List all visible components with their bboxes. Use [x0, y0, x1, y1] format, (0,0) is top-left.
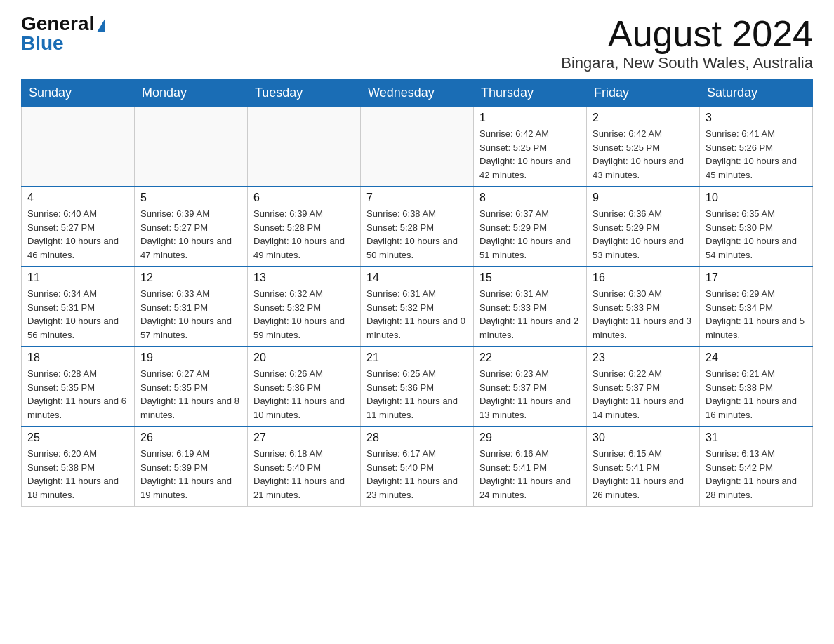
calendar-cell: 31Sunrise: 6:13 AMSunset: 5:42 PMDayligh… [700, 427, 813, 507]
day-info: Sunrise: 6:20 AMSunset: 5:38 PMDaylight:… [27, 447, 128, 502]
day-info: Sunrise: 6:41 AMSunset: 5:26 PMDaylight:… [706, 127, 807, 182]
calendar-cell: 15Sunrise: 6:31 AMSunset: 5:33 PMDayligh… [474, 267, 587, 347]
calendar-cell: 17Sunrise: 6:29 AMSunset: 5:34 PMDayligh… [700, 267, 813, 347]
day-number: 28 [366, 431, 468, 444]
day-info: Sunrise: 6:16 AMSunset: 5:41 PMDaylight:… [479, 447, 581, 502]
calendar-cell: 8Sunrise: 6:37 AMSunset: 5:29 PMDaylight… [474, 187, 587, 267]
day-info: Sunrise: 6:21 AMSunset: 5:38 PMDaylight:… [706, 367, 807, 422]
calendar-cell: 16Sunrise: 6:30 AMSunset: 5:33 PMDayligh… [587, 267, 700, 347]
calendar-cell [22, 107, 135, 187]
day-number: 11 [27, 271, 128, 284]
day-number: 9 [593, 192, 694, 204]
day-number: 1 [479, 112, 581, 124]
calendar-cell [248, 107, 361, 187]
calendar-week-5: 25Sunrise: 6:20 AMSunset: 5:38 PMDayligh… [22, 427, 813, 507]
day-number: 29 [479, 431, 581, 444]
day-number: 20 [253, 351, 355, 364]
day-number: 7 [366, 192, 468, 204]
day-number: 31 [706, 431, 807, 444]
day-info: Sunrise: 6:29 AMSunset: 5:34 PMDaylight:… [706, 287, 807, 342]
day-number: 27 [253, 431, 355, 444]
day-info: Sunrise: 6:39 AMSunset: 5:28 PMDaylight:… [253, 207, 355, 262]
weekday-header-sunday: Sunday [22, 80, 135, 107]
page-header: General Blue August 2024 Bingara, New So… [21, 14, 813, 72]
calendar-cell: 25Sunrise: 6:20 AMSunset: 5:38 PMDayligh… [22, 427, 135, 507]
day-info: Sunrise: 6:15 AMSunset: 5:41 PMDaylight:… [593, 447, 694, 502]
day-info: Sunrise: 6:37 AMSunset: 5:29 PMDaylight:… [479, 207, 581, 262]
calendar-cell: 19Sunrise: 6:27 AMSunset: 5:35 PMDayligh… [135, 347, 248, 427]
day-info: Sunrise: 6:34 AMSunset: 5:31 PMDaylight:… [27, 287, 128, 342]
logo-general-text: General [21, 14, 94, 34]
weekday-header-row: SundayMondayTuesdayWednesdayThursdayFrid… [22, 80, 813, 107]
calendar-cell: 1Sunrise: 6:42 AMSunset: 5:25 PMDaylight… [474, 107, 587, 187]
calendar-cell: 9Sunrise: 6:36 AMSunset: 5:29 PMDaylight… [587, 187, 700, 267]
day-info: Sunrise: 6:19 AMSunset: 5:39 PMDaylight:… [140, 447, 241, 502]
calendar-cell: 6Sunrise: 6:39 AMSunset: 5:28 PMDaylight… [248, 187, 361, 267]
calendar-cell: 4Sunrise: 6:40 AMSunset: 5:27 PMDaylight… [22, 187, 135, 267]
day-info: Sunrise: 6:33 AMSunset: 5:31 PMDaylight:… [140, 287, 241, 342]
day-number: 25 [27, 431, 128, 444]
day-number: 19 [140, 351, 241, 364]
weekday-header-friday: Friday [587, 80, 700, 107]
calendar-week-4: 18Sunrise: 6:28 AMSunset: 5:35 PMDayligh… [22, 347, 813, 427]
calendar-cell: 28Sunrise: 6:17 AMSunset: 5:40 PMDayligh… [361, 427, 474, 507]
day-info: Sunrise: 6:30 AMSunset: 5:33 PMDaylight:… [593, 287, 694, 342]
day-info: Sunrise: 6:26 AMSunset: 5:36 PMDaylight:… [253, 367, 355, 422]
day-number: 2 [593, 112, 694, 124]
day-info: Sunrise: 6:18 AMSunset: 5:40 PMDaylight:… [253, 447, 355, 502]
weekday-header-saturday: Saturday [700, 80, 813, 107]
day-info: Sunrise: 6:38 AMSunset: 5:28 PMDaylight:… [366, 207, 468, 262]
calendar-cell: 18Sunrise: 6:28 AMSunset: 5:35 PMDayligh… [22, 347, 135, 427]
calendar-cell: 3Sunrise: 6:41 AMSunset: 5:26 PMDaylight… [700, 107, 813, 187]
day-number: 10 [706, 192, 807, 204]
day-number: 22 [479, 351, 581, 364]
logo-triangle-icon [97, 18, 105, 32]
calendar-cell: 21Sunrise: 6:25 AMSunset: 5:36 PMDayligh… [361, 347, 474, 427]
day-number: 26 [140, 431, 241, 444]
calendar-cell: 20Sunrise: 6:26 AMSunset: 5:36 PMDayligh… [248, 347, 361, 427]
weekday-header-wednesday: Wednesday [361, 80, 474, 107]
calendar-week-2: 4Sunrise: 6:40 AMSunset: 5:27 PMDaylight… [22, 187, 813, 267]
calendar-cell: 29Sunrise: 6:16 AMSunset: 5:41 PMDayligh… [474, 427, 587, 507]
day-info: Sunrise: 6:31 AMSunset: 5:33 PMDaylight:… [479, 287, 581, 342]
calendar-cell: 12Sunrise: 6:33 AMSunset: 5:31 PMDayligh… [135, 267, 248, 347]
day-info: Sunrise: 6:42 AMSunset: 5:25 PMDaylight:… [593, 127, 694, 182]
title-area: August 2024 Bingara, New South Wales, Au… [561, 14, 813, 72]
day-info: Sunrise: 6:35 AMSunset: 5:30 PMDaylight:… [706, 207, 807, 262]
calendar-cell [135, 107, 248, 187]
day-number: 16 [593, 271, 694, 284]
day-number: 4 [27, 192, 128, 204]
day-number: 8 [479, 192, 581, 204]
calendar-week-3: 11Sunrise: 6:34 AMSunset: 5:31 PMDayligh… [22, 267, 813, 347]
day-info: Sunrise: 6:32 AMSunset: 5:32 PMDaylight:… [253, 287, 355, 342]
calendar-cell: 7Sunrise: 6:38 AMSunset: 5:28 PMDaylight… [361, 187, 474, 267]
day-info: Sunrise: 6:40 AMSunset: 5:27 PMDaylight:… [27, 207, 128, 262]
calendar-cell: 24Sunrise: 6:21 AMSunset: 5:38 PMDayligh… [700, 347, 813, 427]
day-number: 18 [27, 351, 128, 364]
day-info: Sunrise: 6:39 AMSunset: 5:27 PMDaylight:… [140, 207, 241, 262]
day-number: 5 [140, 192, 241, 204]
calendar-cell: 22Sunrise: 6:23 AMSunset: 5:37 PMDayligh… [474, 347, 587, 427]
day-number: 6 [253, 192, 355, 204]
day-info: Sunrise: 6:13 AMSunset: 5:42 PMDaylight:… [706, 447, 807, 502]
calendar-cell: 27Sunrise: 6:18 AMSunset: 5:40 PMDayligh… [248, 427, 361, 507]
weekday-header-thursday: Thursday [474, 80, 587, 107]
day-info: Sunrise: 6:28 AMSunset: 5:35 PMDaylight:… [27, 367, 128, 422]
logo: General Blue [21, 14, 105, 53]
day-number: 21 [366, 351, 468, 364]
calendar-cell [361, 107, 474, 187]
day-info: Sunrise: 6:31 AMSunset: 5:32 PMDaylight:… [366, 287, 468, 342]
location: Bingara, New South Wales, Australia [561, 54, 813, 72]
calendar-cell: 5Sunrise: 6:39 AMSunset: 5:27 PMDaylight… [135, 187, 248, 267]
day-number: 12 [140, 271, 241, 284]
day-info: Sunrise: 6:27 AMSunset: 5:35 PMDaylight:… [140, 367, 241, 422]
month-title: August 2024 [561, 14, 813, 54]
day-number: 24 [706, 351, 807, 364]
day-info: Sunrise: 6:36 AMSunset: 5:29 PMDaylight:… [593, 207, 694, 262]
day-info: Sunrise: 6:42 AMSunset: 5:25 PMDaylight:… [479, 127, 581, 182]
day-number: 13 [253, 271, 355, 284]
weekday-header-tuesday: Tuesday [248, 80, 361, 107]
calendar-cell: 13Sunrise: 6:32 AMSunset: 5:32 PMDayligh… [248, 267, 361, 347]
day-info: Sunrise: 6:22 AMSunset: 5:37 PMDaylight:… [593, 367, 694, 422]
day-number: 23 [593, 351, 694, 364]
